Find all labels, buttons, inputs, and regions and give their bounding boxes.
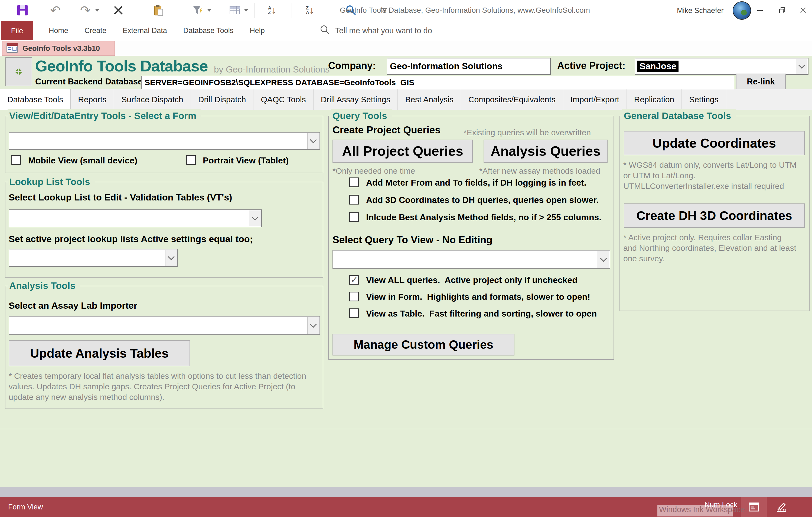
set-active-combobox[interactable] [9,249,178,267]
document-tab-label: GeoInfo Tools v3.3b10 [23,44,100,53]
horizontal-scrollbar[interactable] [0,487,812,497]
form-icon [6,42,18,54]
design-view-button[interactable] [769,497,794,517]
mobile-view-checkbox[interactable] [11,155,21,165]
meter-fields-checkbox[interactable] [349,178,359,187]
lookup-edit-label: Select Lookup List to Edit - Validation … [9,192,232,203]
paste-icon[interactable] [152,3,165,17]
form-header: GeoInfo Tools Database by Geo-Informatio… [0,56,812,89]
tab-composites-equivalents[interactable]: Composites/Equivalents [461,89,563,110]
tab-drill-assay-settings[interactable]: Drill Assay Settings [314,89,398,110]
redo-dropdown-icon[interactable] [95,9,99,12]
tab-surface-dispatch[interactable]: Surface Dispatch [114,89,191,110]
tab-import-export[interactable]: Import/Export [563,89,627,110]
view-in-form-option[interactable]: View in Form. Highlights and formats, sl… [349,292,590,302]
query-view-dropdown-button[interactable] [598,251,609,268]
tab-qaqc-tools[interactable]: QAQC Tools [254,89,313,110]
chevron-down-icon [310,136,317,143]
active-project-dropdown-button[interactable] [796,59,807,73]
ribbon-tab-file[interactable]: File [1,21,33,40]
assay-importer-dropdown-button[interactable] [307,317,319,334]
update-coordinates-note: * WGS84 datum only, converts Lat/Long to… [623,160,805,191]
all-queries-note: *Only needed one time [332,165,415,176]
account-name[interactable]: Mike Schaefer [677,6,724,15]
qat-divider [292,3,292,18]
app-title: GeoInfo Tools Database [35,57,208,75]
lookup-edit-dropdown-button[interactable] [249,211,261,226]
delete-icon[interactable] [112,3,125,17]
avatar[interactable] [733,1,751,20]
status-view-label: Form View [8,503,43,511]
tab-replication[interactable]: Replication [627,89,682,110]
save-icon[interactable] [16,3,29,17]
restore-button[interactable] [773,0,791,21]
document-tab-geoinfo-tools[interactable]: GeoInfo Tools v3.3b10 [2,41,115,56]
view-as-table-checkbox[interactable] [349,308,359,318]
portrait-view-checkbox[interactable] [186,155,196,165]
filter-icon[interactable] [191,3,204,17]
tab-best-analysis[interactable]: Best Analysis [398,89,461,110]
backend-field[interactable]: SERVER=GEOINFOSB2\SQLEXPRESS DATABASE=Ge… [141,76,734,89]
form-select-dropdown-button[interactable] [307,133,319,149]
set-active-dropdown-button[interactable] [165,250,177,266]
lookup-edit-combobox[interactable] [9,209,262,227]
view-in-form-checkbox[interactable] [349,292,359,301]
sort-ascending-icon[interactable]: AZ ↓ [265,3,279,17]
coordinates-option[interactable]: Add 3D Coordinates to DH queries, querie… [349,195,599,205]
document-tab-row: GeoInfo Tools v3.3b10 [0,40,812,56]
mobile-view-option[interactable]: Mobile View (small device) [11,155,137,165]
title-bar: ↶ ↷ AZ ↓ ZA ↓ GeoInfo Tools Database, Ge… [0,0,812,21]
ribbon-tab-create[interactable]: Create [76,21,115,40]
view-all-queries-label: View ALL queries. Active project only if… [366,275,578,285]
query-tools-legend: Query Tools [331,109,392,123]
analysis-queries-note: *After new assay methods loaded [479,165,600,176]
refresh-all-dropdown-icon[interactable] [244,9,248,12]
portrait-view-option[interactable]: Portrait View (Tablet) [186,155,289,165]
refresh-all-icon[interactable] [228,3,241,17]
manage-custom-queries-button[interactable]: Manage Custom Queries [332,334,515,356]
active-project-combobox[interactable]: SanJose [635,58,809,75]
update-analysis-tables-button[interactable]: Update Analysis Tables [9,340,190,366]
meter-fields-option[interactable]: Add Meter From and To fields, if DH logg… [349,178,586,188]
create-dh-3d-coordinates-button[interactable]: Create DH 3D Coordinates [624,204,805,228]
query-view-combobox[interactable] [332,250,610,269]
view-as-table-option[interactable]: View as Table. Fast filtering and sortin… [349,308,597,319]
tell-me-search[interactable]: Tell me what you want to do [319,21,432,40]
analysis-queries-button[interactable]: Analysis Queries [484,140,608,163]
redo-icon[interactable]: ↷ [79,3,92,17]
best-analysis-fields-checkbox[interactable] [349,212,359,222]
tab-settings[interactable]: Settings [682,89,726,110]
set-active-label: Set active project lookup lists Active s… [9,234,253,244]
best-analysis-fields-option[interactable]: Inlcude Best Analysis Method fields, no … [349,212,601,222]
view-all-queries-checkbox[interactable] [349,275,359,284]
relink-button[interactable]: Re-link [736,73,786,90]
assay-importer-combobox[interactable] [9,316,320,335]
sort-descending-icon[interactable]: ZA ↓ [303,3,317,17]
tab-drill-dispatch[interactable]: Drill Dispatch [191,89,254,110]
tab-reports[interactable]: Reports [71,89,114,110]
chevron-down-icon [252,214,258,220]
coordinates-checkbox[interactable] [349,195,359,205]
view-all-queries-option[interactable]: View ALL queries. Active project only if… [349,275,578,285]
update-coordinates-button[interactable]: Update Coordinates [624,131,805,155]
ribbon-tab-external-data[interactable]: External Data [115,21,175,40]
general-tools-legend: General Database Tools [622,109,736,123]
undo-icon[interactable]: ↶ [49,3,62,17]
tab-database-tools[interactable]: Database Tools [0,89,71,110]
company-field[interactable]: Geo-Information Solutions [387,58,551,75]
ribbon-tab-database-tools[interactable]: Database Tools [175,21,242,40]
shrink-header-button[interactable] [5,57,32,86]
all-project-queries-button[interactable]: All Project Queries [332,140,473,163]
form-select-combobox[interactable] [9,132,320,150]
active-project-value: SanJose [637,61,678,72]
form-tools-legend: View/Edit/DataEntry Tools - Select a For… [7,109,201,123]
minimize-button[interactable] [751,0,769,21]
qat-divider [139,3,139,18]
select-query-heading: Select Query To View - No Editing [332,234,493,246]
qat-divider [216,3,216,18]
close-button[interactable] [794,0,812,21]
filter-dropdown-icon[interactable] [207,9,211,12]
ribbon-tab-help[interactable]: Help [241,21,273,40]
ribbon-tab-home[interactable]: Home [40,21,76,40]
create-dh-3d-note: * Active project only. Requires collar E… [623,232,805,264]
